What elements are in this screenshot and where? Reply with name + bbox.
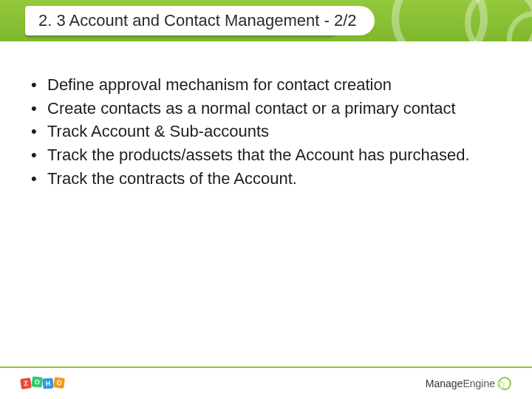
zoho-letter: O	[32, 376, 43, 387]
bullet-item: Create contacts as a normal contact or a…	[27, 98, 488, 120]
bullet-list: Define approval mechanism for contact cr…	[27, 74, 488, 189]
manageengine-ring-icon	[498, 377, 511, 390]
zoho-letter: O	[53, 377, 65, 389]
bullet-item: Define approval mechanism for contact cr…	[27, 74, 488, 96]
manageengine-text: ManageEngine	[426, 378, 495, 389]
bullet-item: Track the contracts of the Account.	[27, 168, 488, 190]
slide-title: 2. 3 Account and Contact Management - 2/…	[38, 11, 357, 30]
bullet-item: Track Account & Sub-accounts	[27, 120, 488, 143]
zoho-logo: Z O H O	[21, 378, 64, 389]
slide-body: Define approval mechanism for contact cr…	[27, 74, 488, 191]
title-pill: 2. 3 Account and Contact Management - 2/…	[25, 6, 375, 35]
manageengine-text-light: Engine	[463, 378, 495, 389]
slide-header: 2. 3 Account and Contact Management - 2/…	[0, 0, 532, 41]
zoho-letter: Z	[20, 378, 32, 389]
header-decoration	[369, 0, 532, 41]
slide-footer: Z O H O ManageEngine	[0, 366, 532, 399]
manageengine-logo: ManageEngine	[426, 377, 511, 390]
manageengine-text-bold: Manage	[426, 378, 463, 389]
bullet-item: Track the products/assets that the Accou…	[27, 144, 488, 166]
zoho-letter: H	[43, 378, 54, 389]
